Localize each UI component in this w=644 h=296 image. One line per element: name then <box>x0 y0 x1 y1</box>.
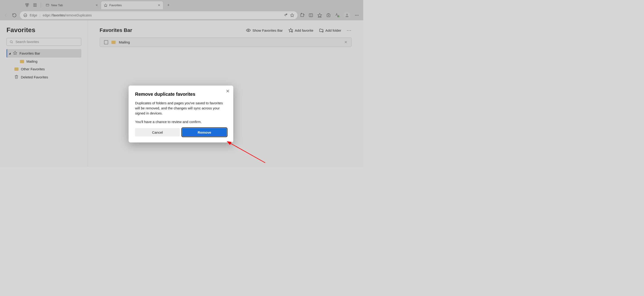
expand-arrow-icon[interactable]: ◢ <box>9 52 11 55</box>
favorites-tree: ◢ Favorites Bar Mailing Other Favorites … <box>6 49 81 81</box>
collections-icon[interactable] <box>326 13 331 17</box>
workspaces-icon[interactable] <box>25 3 29 7</box>
svg-rect-1 <box>27 3 29 5</box>
row-checkbox[interactable] <box>104 40 108 44</box>
toolbar-right <box>300 12 361 18</box>
show-favorites-bar-button[interactable]: Show Favorites Bar <box>246 28 283 33</box>
sidebar-title: Favorites <box>6 26 81 34</box>
profile-avatar[interactable] <box>344 12 350 18</box>
url-text: edge://favorites/removeDuplicates <box>42 13 92 17</box>
svg-point-13 <box>304 14 304 15</box>
performance-icon[interactable] <box>335 13 340 17</box>
back-button[interactable] <box>2 12 9 18</box>
svg-point-30 <box>248 30 249 31</box>
svg-point-23 <box>346 14 348 15</box>
star-icon <box>13 51 17 56</box>
svg-point-22 <box>338 16 339 17</box>
edge-logo-icon <box>23 13 27 17</box>
divider: | <box>40 13 40 17</box>
tree-item-favorites-bar[interactable]: ◢ Favorites Bar <box>6 49 81 58</box>
svg-marker-16 <box>318 13 322 17</box>
remove-button[interactable]: Remove <box>182 128 227 137</box>
tab-label: Favorites <box>109 3 122 7</box>
address-bar[interactable]: Edge | edge://favorites/removeDuplicates… <box>20 11 298 19</box>
svg-rect-4 <box>35 4 36 6</box>
row-label: Mailing <box>119 40 130 44</box>
svg-rect-3 <box>34 4 35 6</box>
svg-rect-2 <box>26 5 28 7</box>
split-screen-icon[interactable] <box>308 13 313 17</box>
folder-icon <box>14 68 18 71</box>
action-label: Add folder <box>326 28 341 32</box>
dialog-buttons: Cancel Remove <box>135 128 227 137</box>
tab-new-tab[interactable]: New Tab ✕ <box>43 1 101 9</box>
tree-label: Deleted Favorites <box>21 75 48 79</box>
svg-marker-11 <box>290 14 294 17</box>
tree-label: Favorites Bar <box>20 51 40 55</box>
svg-point-27 <box>10 41 12 43</box>
tab-favorites[interactable]: Favorites ✕ <box>101 1 163 9</box>
svg-point-25 <box>356 15 357 15</box>
tab-close-button[interactable]: ✕ <box>158 3 160 7</box>
extensions-icon[interactable] <box>300 13 304 17</box>
more-menu-icon[interactable] <box>354 13 359 17</box>
svg-marker-29 <box>14 51 17 55</box>
cancel-button[interactable]: Cancel <box>135 128 180 137</box>
new-tab-button[interactable]: + <box>165 2 172 8</box>
page-title: Favorites Bar <box>100 27 132 33</box>
sidebar: Favorites ◢ Favorites Bar Mailing Other … <box>0 20 88 167</box>
tree-item-other-favorites[interactable]: Other Favorites <box>6 65 81 73</box>
toolbar: Edge | edge://favorites/removeDuplicates… <box>0 10 363 20</box>
new-tab-page-icon <box>46 3 49 7</box>
dialog-body-1: Duplicates of folders and pages you've s… <box>135 101 227 116</box>
tree-item-deleted-favorites[interactable]: Deleted Favorites <box>6 73 81 81</box>
tab-strip: New Tab ✕ Favorites ✕ + <box>0 0 363 10</box>
tab-label: New Tab <box>51 3 63 7</box>
favorites-star-icon <box>104 3 108 7</box>
svg-point-24 <box>355 15 356 15</box>
svg-rect-5 <box>46 4 49 6</box>
folder-icon <box>20 60 24 63</box>
svg-point-26 <box>358 15 358 15</box>
refresh-button[interactable] <box>11 12 18 18</box>
favorites-hub-icon[interactable] <box>317 13 322 17</box>
star-plus-icon <box>288 28 293 33</box>
folder-plus-icon <box>319 28 324 33</box>
favorite-star-icon[interactable] <box>290 13 294 17</box>
search-icon <box>10 40 13 44</box>
more-options-button[interactable]: ··· <box>347 28 352 33</box>
eye-icon <box>246 28 251 33</box>
dialog-title: Remove duplicate favorites <box>135 92 227 97</box>
svg-marker-7 <box>104 4 107 7</box>
svg-point-12 <box>301 13 302 14</box>
favorite-row-mailing[interactable]: Mailing ✕ <box>100 37 352 47</box>
remove-duplicates-dialog: Remove duplicate favorites Duplicates of… <box>128 86 233 143</box>
folder-icon <box>112 41 116 44</box>
site-identity-label: Edge <box>30 13 37 17</box>
search-favorites-box[interactable] <box>6 38 81 46</box>
trash-icon <box>14 75 18 80</box>
svg-rect-0 <box>26 3 27 5</box>
svg-text:A⁾: A⁾ <box>286 14 287 15</box>
svg-line-28 <box>12 42 13 43</box>
tab-overview-icon[interactable] <box>33 3 37 7</box>
tree-label: Other Favorites <box>21 67 45 71</box>
tree-item-mailing[interactable]: Mailing <box>6 58 81 65</box>
add-folder-button[interactable]: Add folder <box>319 28 341 33</box>
divider <box>41 2 41 8</box>
read-aloud-icon[interactable]: A⁾ <box>284 13 288 17</box>
row-delete-button[interactable]: ✕ <box>344 40 347 44</box>
tree-label: Mailing <box>26 59 38 63</box>
search-input[interactable] <box>16 40 78 44</box>
main-header: Favorites Bar Show Favorites Bar Add fav… <box>100 27 352 33</box>
dialog-body-2: You'll have a chance to review and confi… <box>135 119 227 124</box>
action-label: Show Favorites Bar <box>252 28 283 32</box>
dialog-close-button[interactable] <box>226 89 230 93</box>
add-favorite-button[interactable]: Add favorite <box>288 28 314 33</box>
action-label: Add favorite <box>295 28 314 32</box>
tab-close-button[interactable]: ✕ <box>96 3 98 7</box>
